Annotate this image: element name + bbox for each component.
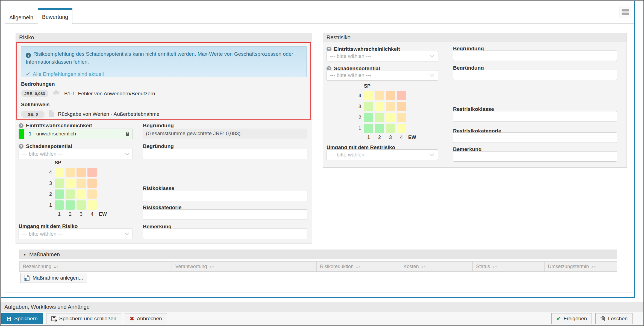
matrix-cell bbox=[77, 168, 86, 177]
jre-badge: JRE: 0,083 bbox=[21, 90, 48, 97]
matrix-cell bbox=[397, 91, 406, 100]
matrix-cell bbox=[386, 91, 395, 100]
risk-class-input[interactable] bbox=[143, 191, 307, 201]
matrix-cell bbox=[55, 189, 64, 199]
matrix-cell bbox=[66, 168, 75, 177]
matrix-cell bbox=[364, 102, 373, 111]
risk-handling-select[interactable]: --- bitte wählen --- bbox=[19, 229, 133, 239]
chevron-down-icon bbox=[430, 55, 434, 58]
risk-probability-label: ? Eintrittswahrscheinlichkeit bbox=[19, 123, 92, 129]
matrix-cell bbox=[375, 113, 384, 122]
sort-icons: ▲▼ bbox=[356, 265, 361, 268]
collapse-caret-icon: ▼ bbox=[23, 253, 27, 257]
help-icon[interactable]: ? bbox=[19, 144, 23, 149]
sort-icons: ▲▼ bbox=[54, 265, 58, 268]
se-badge: SE: 0 bbox=[21, 111, 45, 118]
matrix-cell bbox=[87, 189, 97, 199]
sort-icons: ▲▼ bbox=[591, 265, 596, 268]
matrix-cell bbox=[375, 124, 384, 133]
matrix-cell bbox=[364, 113, 373, 122]
target-hint-label: Sollhinweis bbox=[21, 102, 307, 108]
chevron-down-icon bbox=[124, 153, 129, 156]
residual-reason1-input[interactable] bbox=[453, 51, 617, 61]
residual-damage-select[interactable]: --- bitte wählen --- bbox=[327, 70, 438, 81]
save-icon bbox=[6, 316, 11, 321]
matrix-cell bbox=[375, 91, 384, 100]
threat-item-label[interactable]: B1-1: Fehler von Anwendern/Benutzern bbox=[64, 91, 155, 97]
measures-section-header[interactable]: ▼ Maßnahmen bbox=[19, 250, 617, 259]
matrix-cell bbox=[55, 179, 64, 188]
storm-cloud-icon bbox=[52, 90, 60, 97]
residual-matrix: SP 4 3 2 1 1234EW bbox=[355, 83, 416, 140]
matrix-cell bbox=[77, 179, 86, 188]
risk-remark-input[interactable] bbox=[143, 229, 307, 239]
risk-reason1-label: Begründung bbox=[143, 123, 174, 129]
document-icon bbox=[48, 110, 54, 118]
risk-reason2-input[interactable] bbox=[143, 149, 307, 159]
save-and-close-button[interactable]: ✖ Speichern und schließen bbox=[46, 313, 121, 324]
matrix-cell bbox=[386, 113, 395, 122]
risk-class-label: Risikoklasse bbox=[143, 185, 174, 191]
risk-category-input[interactable] bbox=[143, 209, 307, 220]
risk-level-color-bar bbox=[19, 129, 24, 139]
release-check-icon: ✔ bbox=[556, 315, 561, 322]
column-header-status[interactable]: Status▲▼ bbox=[473, 262, 545, 271]
measures-table-header: Bezeichnung▲▼ Verantwortung▲▼ Risikoredu… bbox=[19, 261, 617, 272]
tab-bewertung[interactable]: Bewertung bbox=[38, 8, 73, 24]
threat-row: JRE: 0,083 B1-1: Fehler von Anwendern/Be… bbox=[21, 90, 307, 97]
risk-damage-label: ? Schadenspotential bbox=[19, 143, 72, 149]
risk-probability-select[interactable]: 1 - unwahrscheinlich bbox=[19, 129, 133, 139]
risk-reason1-field[interactable] bbox=[143, 129, 307, 138]
matrix-cell bbox=[66, 179, 75, 188]
delete-button[interactable]: Löschen bbox=[595, 313, 633, 324]
alert-info-line: iRisikoempfehlung des Schadenspotentials… bbox=[26, 50, 302, 66]
matrix-ew-axis-label: EW bbox=[408, 135, 416, 140]
tasks-section-header[interactable]: Aufgaben, Workflows und Anhänge bbox=[1, 302, 643, 312]
matrix-cell bbox=[87, 168, 97, 177]
sort-icons: ▲▼ bbox=[492, 265, 497, 268]
check-icon: ✔ bbox=[26, 71, 30, 77]
residual-reason2-input[interactable] bbox=[453, 70, 617, 80]
matrix-cell bbox=[66, 200, 75, 210]
alert-ok-line: ✔Alle Empfehlungen sind aktuell bbox=[26, 70, 302, 78]
layout-rows-icon[interactable] bbox=[619, 6, 631, 18]
residual-risk-section: Restrisiko ? Eintrittswahrscheinlichkeit… bbox=[323, 33, 627, 168]
cancel-button[interactable]: ✖ Abbrechen bbox=[125, 313, 167, 324]
column-header-risikoreduktion[interactable]: Risikoreduktion▲▼ bbox=[317, 262, 400, 271]
matrix-cell bbox=[397, 102, 406, 111]
column-header-umsetzungstermin[interactable]: Umsetzungstermin▲▼ bbox=[545, 262, 617, 271]
matrix-cell bbox=[386, 124, 395, 133]
matrix-cell bbox=[397, 124, 406, 133]
matrix-cell bbox=[55, 168, 64, 177]
column-header-bezeichnung[interactable]: Bezeichnung▲▼ bbox=[20, 262, 172, 271]
matrix-sp-axis-label: SP bbox=[55, 160, 107, 166]
add-measure-button[interactable]: ✱ Maßnahme anlegen... bbox=[20, 273, 87, 283]
target-item-label[interactable]: Rückgabe von Werten - Außerbetriebnahme bbox=[58, 111, 159, 117]
residual-remark-input[interactable] bbox=[453, 151, 617, 162]
risk-section-title: Risiko bbox=[16, 33, 312, 42]
target-hint-row: SE: 0 Rückgabe von Werten - Außerbetrieb… bbox=[21, 110, 307, 118]
residual-category-input[interactable] bbox=[453, 132, 617, 143]
help-icon[interactable]: ? bbox=[19, 123, 23, 128]
tab-allgemein[interactable]: Allgemein bbox=[5, 11, 38, 24]
matrix-cell bbox=[87, 179, 97, 188]
matrix-cell bbox=[66, 189, 75, 199]
residual-section-title: Restrisiko bbox=[323, 33, 627, 42]
chevron-down-icon bbox=[430, 74, 434, 77]
residual-class-input[interactable] bbox=[453, 111, 617, 121]
risk-damage-select[interactable]: --- bitte wählen --- bbox=[19, 149, 133, 159]
save-button[interactable]: Speichern bbox=[1, 313, 43, 324]
risk-matrix: SP 4 3 2 1 1234EW bbox=[45, 160, 107, 217]
column-header-verantwortung[interactable]: Verantwortung▲▼ bbox=[172, 262, 317, 271]
column-header-kosten[interactable]: Kosten▲▼ bbox=[400, 262, 473, 271]
release-button[interactable]: ✔ Freigeben bbox=[551, 313, 592, 324]
info-icon: i bbox=[26, 53, 31, 58]
bewertung-tab-panel: Risiko iRisikoempfehlung des Schadenspot… bbox=[5, 23, 634, 292]
cancel-x-icon: ✖ bbox=[130, 316, 134, 322]
sort-icons: ▲▼ bbox=[421, 265, 426, 268]
residual-probability-select[interactable]: --- bitte wählen --- bbox=[327, 51, 438, 61]
matrix-cell bbox=[375, 102, 384, 111]
matrix-cell bbox=[364, 124, 373, 133]
trash-icon bbox=[600, 316, 605, 321]
residual-handling-select[interactable]: --- bitte wählen --- bbox=[327, 149, 438, 160]
